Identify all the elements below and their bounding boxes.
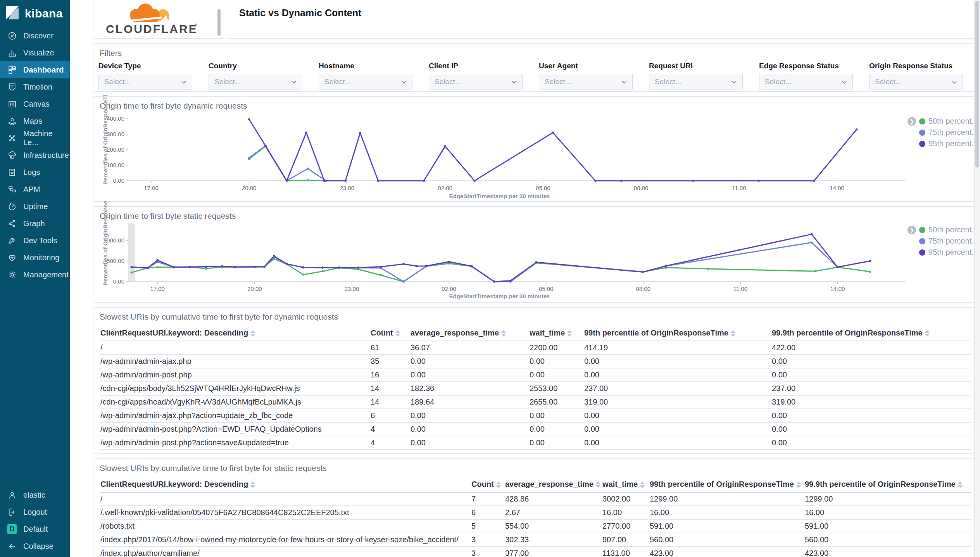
filter-group-origin-response-status: Origin Response StatusSelect... bbox=[869, 62, 963, 90]
logout-door-icon bbox=[7, 507, 17, 517]
value-cell: 2770.00 bbox=[602, 519, 649, 533]
sidebar-item-machine-le[interactable]: Machine Le... bbox=[0, 130, 70, 147]
legend-collapse-arrow-icon[interactable]: ❯ bbox=[908, 226, 916, 234]
table-row: /.well-known/pki-validation/054075F6A27B… bbox=[100, 506, 971, 519]
sidebar-item-infrastructure[interactable]: Infrastructure bbox=[0, 147, 70, 164]
sort-icon[interactable] bbox=[567, 330, 572, 337]
column-header-99th-percentile-of-originresponsetime[interactable]: 99th percentile of OriginResponseTime bbox=[649, 477, 804, 492]
chevron-down-icon bbox=[731, 79, 738, 87]
filter-select-origin-response-status[interactable]: Select... bbox=[869, 74, 963, 90]
legend-color-dot bbox=[919, 249, 925, 256]
column-header-99-9th-percentile-of-originresponsetime[interactable]: 99.9th percentile of OriginResponseTime bbox=[771, 325, 971, 341]
legend-item-75th-percent[interactable]: 75th percent... bbox=[919, 128, 978, 137]
sidebar-item-management[interactable]: Management bbox=[0, 266, 70, 283]
filter-select-hostname[interactable]: Select... bbox=[319, 74, 412, 90]
value-cell: 14 bbox=[370, 382, 410, 395]
line-chart-plot[interactable]: 0.00500.001000.0017:0020:0023:0002:0005:… bbox=[93, 207, 977, 302]
legend-item-50th-percent[interactable]: 50th percent... bbox=[919, 117, 978, 126]
column-header-count[interactable]: Count bbox=[471, 477, 504, 492]
legend-item-95th-percent[interactable]: 95th percent... bbox=[919, 139, 978, 148]
filter-select-request-uri[interactable]: Select... bbox=[649, 74, 743, 90]
sort-icon[interactable] bbox=[596, 481, 600, 488]
sidebar-item-uptime[interactable]: Uptime bbox=[0, 198, 70, 215]
sidebar-item-label: Logout bbox=[23, 508, 47, 517]
table-row: /index.php/author/camiliame/3377.001131.… bbox=[100, 547, 971, 557]
canvas-frame-icon bbox=[7, 99, 17, 109]
sidebar-item-timelion[interactable]: Timelion bbox=[0, 78, 70, 95]
svg-text:14:00: 14:00 bbox=[830, 185, 844, 191]
select-placeholder: Select... bbox=[99, 78, 131, 86]
column-header-clientrequesturi-keyword-descending[interactable]: ClientRequestURI.keyword: Descending bbox=[100, 477, 471, 492]
sidebar-item-dashboard[interactable]: Dashboard bbox=[0, 61, 70, 78]
legend-item-95th-percent[interactable]: 95th percent... bbox=[919, 248, 978, 257]
sidebar-item-graph[interactable]: Graph bbox=[0, 215, 70, 232]
chevron-down-icon bbox=[511, 79, 518, 87]
page-scrollbar-thumb[interactable] bbox=[975, 1, 979, 168]
filter-group-country: CountrySelect... bbox=[209, 62, 302, 90]
sort-icon[interactable] bbox=[395, 330, 400, 337]
sort-icon[interactable] bbox=[796, 481, 801, 488]
legend-color-dot bbox=[919, 227, 925, 233]
value-cell: 2.67 bbox=[504, 506, 602, 519]
svg-text:20:00: 20:00 bbox=[247, 285, 262, 292]
filter-select-country[interactable]: Select... bbox=[209, 74, 302, 90]
column-header-average-response-time[interactable]: average_response_time bbox=[410, 325, 529, 341]
sidebar-item-apm[interactable]: APM bbox=[0, 181, 70, 198]
sidebar-item-monitoring[interactable]: Monitoring bbox=[0, 249, 70, 266]
value-cell: 0.00 bbox=[583, 368, 771, 382]
sidebar-item-logs[interactable]: Logs bbox=[0, 164, 70, 181]
column-header-clientrequesturi-keyword-descending[interactable]: ClientRequestURI.keyword: Descending bbox=[100, 325, 370, 341]
sort-icon[interactable] bbox=[731, 330, 735, 337]
svg-text:08:00: 08:00 bbox=[636, 285, 651, 292]
column-header-average-response-time[interactable]: average_response_time bbox=[504, 477, 602, 492]
value-cell: 1131.00 bbox=[602, 547, 649, 557]
value-cell: 422.00 bbox=[771, 341, 971, 355]
sort-icon[interactable] bbox=[250, 481, 255, 488]
value-cell: 5 bbox=[471, 519, 504, 533]
value-cell: 7 bbox=[471, 492, 504, 506]
legend-item-75th-percent[interactable]: 75th percent... bbox=[919, 237, 978, 246]
chart-panel-dynamic-ttfb: Origin time to first byte dynamic reques… bbox=[93, 96, 977, 202]
column-header-wait-time[interactable]: wait_time bbox=[602, 477, 649, 492]
sort-icon[interactable] bbox=[496, 481, 501, 488]
value-cell: 0.00 bbox=[771, 409, 971, 422]
table-row: /wp-admin/admin-post.php?action=save&upd… bbox=[100, 436, 971, 450]
sidebar-item-collapse[interactable]: Collapse bbox=[0, 538, 70, 555]
column-header-99th-percentile-of-originresponsetime[interactable]: 99th percentile of OriginResponseTime bbox=[583, 325, 771, 341]
filter-select-device-type[interactable]: Select... bbox=[98, 74, 192, 90]
sidebar-item-dev-tools[interactable]: Dev Tools bbox=[0, 232, 70, 249]
kibana-logo[interactable]: kibana bbox=[0, 0, 70, 27]
sidebar-item-canvas[interactable]: Canvas bbox=[0, 95, 70, 112]
sort-icon[interactable] bbox=[958, 481, 963, 488]
page-scrollbar[interactable] bbox=[974, 0, 980, 557]
sidebar-item-label: Uptime bbox=[23, 202, 48, 211]
sort-icon[interactable] bbox=[501, 330, 506, 337]
filter-select-client-ip[interactable]: Select... bbox=[429, 74, 523, 90]
legend-item-50th-percent[interactable]: 50th percent... bbox=[919, 225, 978, 234]
y-axis-title: Percentiles of OriginResponse bbox=[102, 201, 109, 285]
legend-collapse-arrow-icon[interactable]: ❯ bbox=[908, 117, 916, 126]
filter-select-user-agent[interactable]: Select... bbox=[539, 74, 633, 90]
chart-panel-static-ttfb: Origin time to first byte static request… bbox=[93, 206, 977, 303]
line-chart-plot[interactable]: 0.00100.00200.00300.00400.0017:0020:0023… bbox=[93, 97, 977, 201]
sidebar-item-visualize[interactable]: Visualize bbox=[0, 44, 70, 61]
select-placeholder: Select... bbox=[870, 78, 902, 86]
column-header-99-9th-percentile-of-originresponsetime[interactable]: 99.9th percentile of OriginResponseTime bbox=[804, 477, 971, 492]
filter-select-edge-response-status[interactable]: Select... bbox=[759, 74, 853, 90]
uri-cell: /robots.txt bbox=[100, 519, 471, 533]
chevron-down-icon bbox=[400, 79, 407, 87]
sort-icon[interactable] bbox=[250, 330, 255, 337]
compass-icon bbox=[7, 31, 17, 41]
column-header-wait-time[interactable]: wait_time bbox=[529, 325, 583, 341]
sidebar-item-discover[interactable]: Discover bbox=[0, 27, 70, 44]
panel-scrollbar-thumb[interactable] bbox=[217, 9, 221, 36]
column-header-count[interactable]: Count bbox=[370, 325, 410, 341]
sidebar-item-elastic[interactable]: elastic bbox=[0, 486, 70, 503]
legend-label: 95th percent... bbox=[928, 248, 978, 257]
sort-icon[interactable] bbox=[640, 481, 645, 488]
sidebar-item-label: Logs bbox=[23, 168, 40, 177]
sidebar-item-logout[interactable]: Logout bbox=[0, 503, 70, 521]
sidebar-item-default[interactable]: DDefault bbox=[0, 521, 70, 538]
sort-icon[interactable] bbox=[925, 330, 930, 337]
sidebar-item-maps[interactable]: Maps bbox=[0, 112, 70, 130]
